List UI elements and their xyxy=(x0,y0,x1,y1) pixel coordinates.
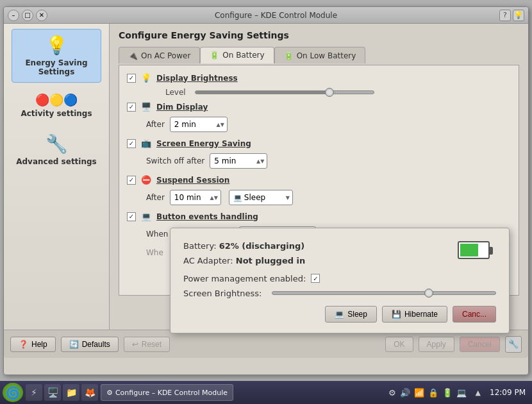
panel-title: Configure Energy Saving Settings xyxy=(119,30,519,40)
hibernate-icon: 💾 xyxy=(392,310,401,319)
taskbar-icon-1[interactable]: ⚡ xyxy=(26,384,42,401)
button-events-icon: 💻 xyxy=(141,212,151,221)
level-label: Level xyxy=(165,88,191,97)
screen-switch-off-row: Switch off after 5 min ▲▼ xyxy=(127,153,511,169)
screen-energy-label: Screen Energy Saving xyxy=(156,139,251,148)
tray-settings[interactable]: ⚙ xyxy=(388,388,396,398)
dim-after-select[interactable]: 2 min ▲▼ xyxy=(170,117,228,132)
button-events-label: Button events handling xyxy=(156,212,258,221)
taskbar-app-icon: ⚙ xyxy=(106,389,113,397)
window-title: Configure – KDE Control Module xyxy=(53,11,499,20)
extra-button[interactable]: 🔧 xyxy=(505,336,522,353)
battery-value: 62% (discharging) xyxy=(219,241,305,251)
battery-status-line: Battery: 62% (discharging) xyxy=(183,239,305,253)
popup-brightness-thumb[interactable] xyxy=(424,289,433,298)
sidebar-label-energy: Energy Saving Settings xyxy=(16,58,97,77)
popup-battery-info: Battery: 62% (discharging) AC Adapter: N… xyxy=(183,239,305,269)
dim-display-checkbox[interactable] xyxy=(127,103,136,112)
close-button[interactable]: ✕ xyxy=(36,10,47,21)
tray-network[interactable]: 📶 xyxy=(414,388,424,398)
tray-battery2[interactable]: 💻 xyxy=(456,388,467,398)
display-brightness-label: Display Brightness xyxy=(156,74,238,83)
sleep-button[interactable]: 💻 Sleep xyxy=(325,306,377,323)
tray-lock[interactable]: 🔒 xyxy=(428,388,438,398)
screen-energy-checkbox[interactable] xyxy=(127,139,136,148)
tab-bar: 🔌 On AC Power 🔋 On Battery 🔋 On Low Batt… xyxy=(119,47,519,63)
sidebar-label-activity: Activity settings xyxy=(21,109,92,118)
maximize-icon: □ xyxy=(24,12,30,19)
taskbar-tray: ⚙ 🔊 📶 🔒 🔋 💻 ▲ 12:09 PM xyxy=(385,388,529,398)
battery-icon-display xyxy=(458,239,496,262)
suspend-after-row: After 10 min ▲▼ 💻 Sleep ▼ xyxy=(127,190,511,205)
bottom-bar: ❓ Help 🔄 Defaults ↩ Reset OK Apply Cance… xyxy=(4,330,528,358)
cancel-button[interactable]: Cancel xyxy=(460,337,500,352)
minimize-button[interactable]: – xyxy=(8,10,19,21)
dim-select-arrow: ▲▼ xyxy=(217,122,224,128)
suspend-session-row: ⛔ Suspend Session xyxy=(127,175,511,185)
adapter-value: Not plugged in xyxy=(236,256,306,265)
maximize-button[interactable]: □ xyxy=(22,10,33,21)
taskbar-icon-3[interactable]: 📁 xyxy=(63,384,79,401)
help-button[interactable]: ❓ Help xyxy=(10,337,56,352)
tab-ac-power[interactable]: 🔌 On AC Power xyxy=(119,47,200,63)
dim-icon: 🖥️ xyxy=(141,102,151,112)
dim-after-label: After xyxy=(146,120,165,129)
tab-on-battery[interactable]: 🔋 On Battery xyxy=(200,47,274,63)
tab-low-battery[interactable]: 🔋 On Low Battery xyxy=(274,47,366,63)
suspend-label: Suspend Session xyxy=(156,176,229,185)
suspend-action-select[interactable]: 💻 Sleep ▼ xyxy=(229,190,293,205)
energy-icon: 💡 xyxy=(46,35,68,56)
low-battery-icon-tab: 🔋 xyxy=(284,51,294,60)
taskbar-clock: 12:09 PM xyxy=(486,388,529,397)
suspend-after-label: After xyxy=(146,193,165,202)
screen-energy-row: 📺 Screen Energy Saving xyxy=(127,139,511,148)
tray-battery-tray[interactable]: 🔋 xyxy=(442,388,453,398)
suspend-time-select[interactable]: 10 min ▲▼ xyxy=(170,190,221,205)
taskbar-icon-4[interactable]: 🦊 xyxy=(81,384,98,401)
reset-icon: ↩ xyxy=(132,340,138,349)
taskbar-icon-2[interactable]: 🖥️ xyxy=(44,384,61,401)
brightness-slider[interactable] xyxy=(195,90,374,94)
defaults-icon: 🔄 xyxy=(69,340,79,349)
battery-fill xyxy=(460,244,478,257)
sidebar-item-energy-saving[interactable]: 💡 Energy Saving Settings xyxy=(12,29,101,83)
adapter-label: AC Adapter: xyxy=(183,256,233,265)
display-brightness-row: 💡 Display Brightness xyxy=(127,73,511,83)
suspend-checkbox[interactable] xyxy=(127,176,136,185)
info-button[interactable]: 💡 xyxy=(513,10,524,21)
tray-indicator: ▲ xyxy=(473,389,483,397)
sidebar-label-advanced: Advanced settings xyxy=(16,157,97,166)
defaults-button[interactable]: 🔄 Defaults xyxy=(61,337,119,352)
popup-brightness-slider[interactable] xyxy=(272,291,496,295)
ac-power-icon: 🔌 xyxy=(128,51,138,60)
sidebar-item-advanced[interactable]: 🔧 Advanced settings xyxy=(12,128,101,171)
apply-button[interactable]: Apply xyxy=(419,337,454,352)
popup-cancel-button[interactable]: Canc... xyxy=(453,306,496,323)
taskbar: 🌀 ⚡ 🖥️ 📁 🦊 ⚙ Configure – KDE Control Mod… xyxy=(0,381,532,404)
help-icon[interactable]: ? xyxy=(499,10,511,21)
taskbar-window-item[interactable]: ⚙ Configure – KDE Control Module xyxy=(101,384,233,401)
advanced-icon: 🔧 xyxy=(46,133,68,155)
brightness-popup-row: Screen Brightness: xyxy=(183,289,496,298)
display-brightness-checkbox[interactable] xyxy=(127,74,136,83)
battery-label: Battery: xyxy=(183,241,217,251)
hibernate-button[interactable]: 💾 Hibernate xyxy=(382,306,447,323)
title-bar: – □ ✕ Configure – KDE Control Module ? 💡 xyxy=(4,7,528,24)
screen-brightness-label: Screen Brightness: xyxy=(183,289,267,298)
start-button[interactable]: 🌀 xyxy=(3,383,23,402)
sidebar-item-activity[interactable]: 🔴🟡🔵 Activity settings xyxy=(12,88,101,123)
power-label: Whe xyxy=(146,248,163,257)
screen-switch-off-select[interactable]: 5 min ▲▼ xyxy=(210,153,267,169)
tray-volume[interactable]: 🔊 xyxy=(400,388,410,398)
reset-button[interactable]: ↩ Reset xyxy=(124,337,170,352)
sleep-icon: 💻 xyxy=(335,310,344,319)
brightness-slider-thumb[interactable] xyxy=(325,88,334,97)
power-mgmt-checkbox[interactable] xyxy=(311,274,320,283)
power-mgmt-label: Power management enabled: xyxy=(183,274,306,283)
popup-battery-info-row: Battery: 62% (discharging) AC Adapter: N… xyxy=(183,239,496,269)
button-events-checkbox[interactable] xyxy=(127,212,136,221)
suspend-icon: ⛔ xyxy=(141,175,151,185)
screen-select-arrow: ▲▼ xyxy=(256,158,264,164)
ok-button[interactable]: OK xyxy=(385,337,413,352)
tray-icons: ⚙ 🔊 📶 🔒 🔋 💻 xyxy=(385,388,470,398)
